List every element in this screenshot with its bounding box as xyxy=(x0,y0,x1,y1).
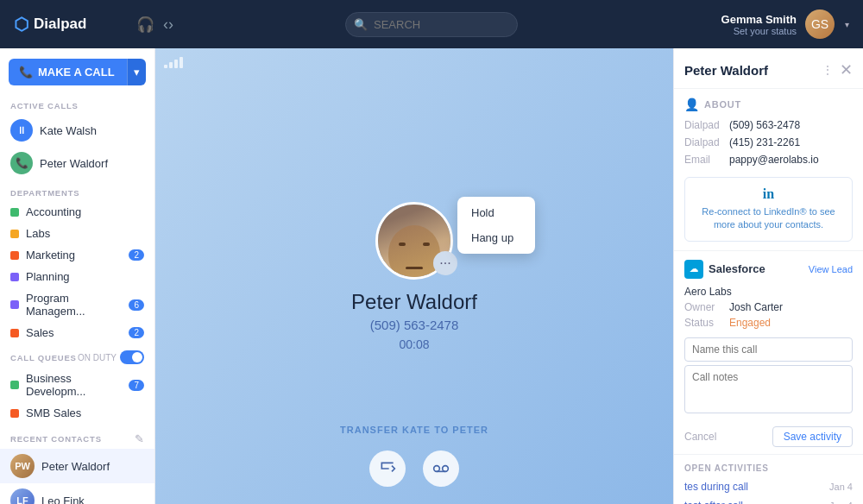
svg-point-1 xyxy=(443,466,449,472)
contact-initials-peter: PW xyxy=(15,461,30,471)
hold-option[interactable]: Hold xyxy=(457,200,535,225)
dept-sales[interactable]: Sales 2 xyxy=(0,322,154,343)
dept-dot-labs xyxy=(10,230,19,238)
user-status: Set your status xyxy=(721,26,797,36)
hangup-option[interactable]: Hang up xyxy=(457,225,535,250)
on-duty-toggle[interactable] xyxy=(120,350,144,364)
more-options-button[interactable]: ··· xyxy=(433,251,457,275)
search-input[interactable] xyxy=(345,12,518,37)
dept-badge-sales: 2 xyxy=(129,327,144,338)
dept-labs[interactable]: Labs xyxy=(0,223,154,244)
dept-badge-program: 6 xyxy=(129,299,144,311)
voicemail-button[interactable] xyxy=(423,450,459,487)
info-value-email: pappy@aerolabs.io xyxy=(729,154,819,166)
contact-avatar-peter: PW xyxy=(10,454,35,478)
active-call-name-kate: Kate Walsh xyxy=(40,124,97,137)
svg-point-0 xyxy=(434,466,440,472)
activity-btn-row: Cancel Save activity xyxy=(674,423,863,454)
user-name: Gemma Smith xyxy=(721,13,797,26)
contact-peter[interactable]: PW Peter Waldorf xyxy=(0,449,154,483)
avatar[interactable]: GS xyxy=(805,9,835,39)
sf-owner-label: Owner xyxy=(684,301,722,313)
cancel-button[interactable]: Cancel xyxy=(684,431,716,443)
panel-more-icon[interactable]: ⋮ xyxy=(822,64,833,76)
activity-date-1: Jan 4 xyxy=(829,482,853,492)
panel-title: Peter Waldorf xyxy=(684,63,822,78)
queue-dot-smb xyxy=(10,409,19,418)
activity-1: tes during call Jan 4 xyxy=(674,477,863,496)
call-queues-header: CALL QUEUES ON DUTY xyxy=(0,343,154,368)
close-panel-button[interactable]: ✕ xyxy=(840,60,853,79)
search-wrapper: 🔍 xyxy=(345,12,518,37)
save-activity-button[interactable]: Save activity xyxy=(772,426,853,447)
call-area: ··· Hold Hang up Peter Waldorf (509) 563… xyxy=(155,48,673,504)
dept-accounting[interactable]: Accounting xyxy=(0,201,154,223)
linkedin-icon: in xyxy=(694,186,843,202)
dept-program[interactable]: Program Managem... 6 xyxy=(0,287,154,322)
signal-bars xyxy=(164,57,183,68)
info-value-dialpad2: (415) 231-2261 xyxy=(729,136,800,148)
dept-marketing[interactable]: Marketing 2 xyxy=(0,244,154,266)
activity-name-2[interactable]: test after call xyxy=(684,500,743,504)
dept-dot-sales xyxy=(10,329,19,337)
bar-1 xyxy=(164,65,167,68)
caller-photo-wrap: ··· Hold Hang up xyxy=(375,202,453,280)
salesforce-header: ☁ Salesforce View Lead xyxy=(674,250,863,282)
activity-name-1[interactable]: tes during call xyxy=(684,481,748,493)
phone-icon: 📞 xyxy=(19,66,33,79)
recent-contacts-label: RECENT CONTACTS xyxy=(10,434,135,444)
sf-owner-row: Owner Josh Carter xyxy=(674,299,863,315)
sf-status-label: Status xyxy=(684,317,722,329)
queue-name-smb: SMB Sales xyxy=(26,406,81,419)
queue-name-biz: Business Developm... xyxy=(26,372,122,398)
activity-date-2: Jan 4 xyxy=(829,501,853,504)
topbar-right: Gemma Smith Set your status GS ▾ xyxy=(721,9,849,39)
contact-name-leo: Leo Fink xyxy=(41,495,85,505)
contact-leo[interactable]: LF Leo Fink xyxy=(0,483,154,504)
dept-name-marketing: Marketing xyxy=(26,249,75,261)
dept-name-program: Program Managem... xyxy=(26,292,122,318)
call-notes-textarea[interactable] xyxy=(684,365,853,413)
open-activities-label: OPEN ACTIVITIES xyxy=(684,463,769,473)
person-icon: 👤 xyxy=(684,98,699,111)
chevron-down-icon[interactable]: ▾ xyxy=(845,20,849,29)
bar-2 xyxy=(169,62,173,68)
info-label-dialpad1: Dialpad xyxy=(684,119,722,131)
transfer-button[interactable] xyxy=(369,450,406,487)
sf-owner-value: Josh Carter xyxy=(729,301,783,313)
info-label-email: Email xyxy=(684,154,722,166)
transfer-banner: TRANSFER KATE TO PETER xyxy=(340,425,488,435)
make-call-row: 📞 MAKE A CALL ▾ xyxy=(9,59,146,85)
salesforce-label: Salesforce xyxy=(709,262,809,275)
dept-dot-accounting xyxy=(10,208,19,217)
make-call-label: MAKE A CALL xyxy=(38,66,115,79)
edit-contacts-icon[interactable]: ✎ xyxy=(135,432,144,445)
active-call-kate[interactable]: ⏸ Kate Walsh xyxy=(0,114,154,147)
dept-dot-program xyxy=(10,300,19,309)
active-call-peter[interactable]: 📞 Peter Waldorf xyxy=(0,147,154,180)
info-label-dialpad2: Dialpad xyxy=(684,136,722,148)
make-call-button[interactable]: 📞 MAKE A CALL xyxy=(9,59,127,85)
dept-dot-planning xyxy=(10,273,19,281)
logo-text: Dialpad xyxy=(34,16,86,33)
queue-smb[interactable]: SMB Sales xyxy=(0,402,154,424)
activity-2: test after call Jan 4 xyxy=(674,496,863,504)
info-email: Email pappy@aerolabs.io xyxy=(674,151,863,168)
bar-3 xyxy=(174,60,178,68)
contact-name-peter: Peter Waldorf xyxy=(41,460,110,473)
forward-icon[interactable]: › xyxy=(168,16,173,34)
contact-avatar-leo: LF xyxy=(10,488,35,504)
queue-biz-dev[interactable]: Business Developm... 7 xyxy=(0,368,154,402)
headset-icon[interactable]: 🎧 xyxy=(136,16,154,34)
make-call-dropdown[interactable]: ▾ xyxy=(127,59,146,85)
dept-planning[interactable]: Planning xyxy=(0,266,154,287)
open-activities-header: OPEN ACTIVITIES xyxy=(674,454,863,477)
user-info: Gemma Smith Set your status xyxy=(721,13,797,36)
on-duty-label: ON DUTY xyxy=(78,353,117,362)
departments-label: DEPARTMENTS xyxy=(0,180,154,201)
sf-status-value: Engaged xyxy=(729,317,771,329)
view-lead-link[interactable]: View Lead xyxy=(809,264,853,274)
call-name-input[interactable] xyxy=(684,337,853,362)
caller-number: (509) 563-2478 xyxy=(370,318,459,332)
phone-call-icon: 📞 xyxy=(10,152,33,174)
